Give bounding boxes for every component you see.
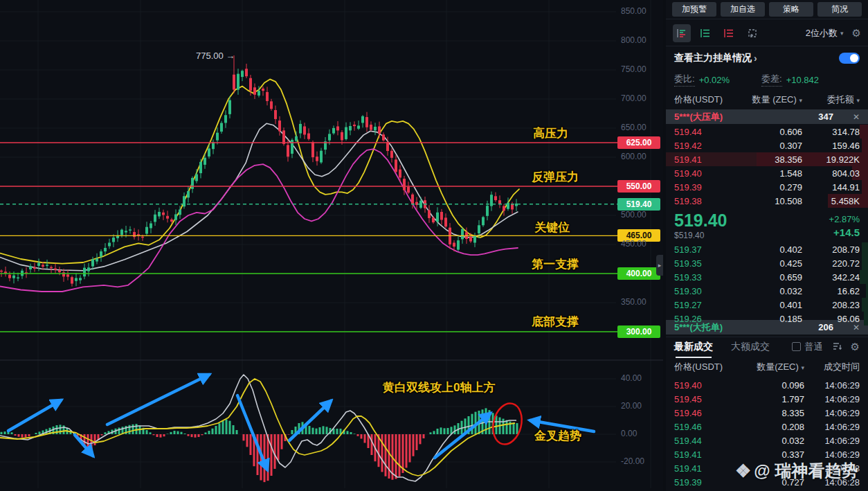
bid-row[interactable]: 519.260.18596.06 — [666, 312, 868, 325]
market-panel: 加预警 加自选 策略 简况 2位小数 ▾ ⚙ 查看主 — [666, 0, 868, 491]
add-favorite-button[interactable]: 加自选 — [721, 2, 765, 17]
trading-app: 625.00550.00519.40465.00400.00300.00850.… — [0, 0, 868, 491]
ask-q: 0.307 — [736, 141, 802, 151]
big-sell-order-row[interactable]: 5***(大压单) 347 ✕ — [666, 109, 868, 124]
bid-q: 0.032 — [736, 286, 802, 296]
profile-button[interactable]: 简况 — [817, 2, 862, 17]
weibi-value: +0.02% — [699, 75, 730, 85]
close-icon[interactable]: ✕ — [853, 112, 860, 122]
bid-t: 208.79 — [802, 244, 860, 255]
bid-row[interactable]: 519.370.402208.79 — [666, 242, 868, 256]
trade-t: 14:06:29 — [804, 436, 860, 446]
bid-row[interactable]: 519.350.425220.72 — [666, 256, 868, 270]
main-orders-toggle[interactable] — [839, 53, 860, 64]
orderbook-header-qty[interactable]: 数量 (ZEC) ▾ — [736, 93, 802, 106]
weicha-value: +10.842 — [786, 75, 819, 85]
big-sell-value: 347 — [761, 111, 833, 122]
bid-t: 16.62 — [802, 286, 860, 296]
normal-checkbox[interactable] — [792, 342, 801, 351]
trade-row[interactable]: 519.468.33514:06:29 — [666, 406, 868, 420]
big-sell-label: 5***(大压单) — [674, 111, 761, 123]
ask-p: 519.41 — [674, 154, 736, 165]
gear-icon[interactable]: ⚙ — [851, 341, 860, 353]
bid-p: 519.27 — [674, 300, 736, 310]
ask-row[interactable]: 519.390.279144.91 — [666, 180, 868, 194]
ask-p: 519.40 — [674, 168, 736, 179]
close-icon[interactable]: ✕ — [853, 323, 860, 332]
trade-q: 1.797 — [735, 394, 804, 404]
ask-p: 519.44 — [674, 127, 736, 137]
trade-p: 519.44 — [674, 436, 735, 446]
ask-t: 19.922K — [802, 154, 860, 165]
bid-t: 96.06 — [802, 314, 860, 324]
ask-p: 519.39 — [674, 182, 736, 193]
bid-t: 220.72 — [802, 258, 860, 269]
ask-q: 0.279 — [736, 182, 802, 193]
ask-row[interactable]: 519.4138.35619.922K — [666, 152, 868, 166]
orderbook-asks: 519.440.606314.78519.420.307159.46519.41… — [666, 125, 868, 208]
chevron-down-icon: ▾ — [840, 30, 844, 37]
depth-bar — [862, 298, 868, 312]
trade-row[interactable]: 519.440.03214:06:29 — [666, 434, 868, 447]
change-percent: +2.87% — [829, 214, 860, 224]
sort-icon[interactable] — [833, 341, 842, 353]
trades-header-qty[interactable]: 数量(ZEC) ▾ — [735, 361, 804, 373]
weibi-label: 委比: — [674, 73, 695, 87]
bid-row[interactable]: 519.270.401208.23 — [666, 298, 868, 312]
orderbook-header-total[interactable]: 委托额 ▾ — [802, 93, 860, 106]
trade-row[interactable]: 519.4114:06:28 — [666, 461, 868, 475]
tab-large-trades[interactable]: 大额成交 — [731, 341, 770, 353]
bid-q: 0.402 — [736, 244, 802, 255]
bid-row[interactable]: 519.330.659342.24 — [666, 270, 868, 284]
decimals-dropdown[interactable]: 2位小数 ▾ — [806, 27, 844, 39]
normal-checkbox-label: 普通 — [805, 341, 823, 353]
depth-bar — [864, 312, 868, 325]
trade-row[interactable]: 519.410.33714:06:29 — [666, 447, 868, 461]
trade-p: 519.46 — [674, 422, 735, 432]
trade-row[interactable]: 519.400.09614:06:29 — [666, 378, 868, 392]
bid-q: 0.425 — [736, 258, 802, 269]
depth-bar — [860, 125, 868, 139]
candlestick-macd-chart[interactable] — [0, 0, 663, 491]
ask-row[interactable]: 519.420.307159.46 — [666, 139, 868, 152]
chevron-right-icon: › — [754, 53, 757, 64]
tab-latest-trades[interactable]: 最新成交 — [674, 341, 713, 353]
bid-q: 0.185 — [736, 314, 802, 324]
ask-row[interactable]: 519.401.548804.03 — [666, 166, 868, 180]
depth-bar — [862, 139, 868, 152]
bid-t: 342.24 — [802, 272, 860, 283]
gear-icon[interactable]: ⚙ — [852, 27, 861, 39]
strategy-button[interactable]: 策略 — [769, 2, 813, 17]
add-panel-icon[interactable] — [743, 24, 761, 42]
ask-t: 144.91 — [802, 182, 860, 193]
ask-row[interactable]: 519.3810.5085.458K — [666, 194, 868, 208]
trade-row[interactable]: 519.390.72714:06:28 — [666, 475, 868, 489]
panel-collapse-handle[interactable]: ▸ — [656, 255, 663, 276]
ask-row[interactable]: 519.440.606314.78 — [666, 125, 868, 139]
main-orders-link-row: 查看主力挂单情况 › — [666, 48, 868, 68]
add-alert-button[interactable]: 加预警 — [672, 2, 716, 17]
trade-t: 14:06:28 — [804, 477, 860, 488]
book-sell-icon[interactable] — [720, 24, 738, 42]
ask-t: 159.46 — [802, 141, 860, 151]
trade-row[interactable]: 519.451.79714:06:29 — [666, 392, 868, 406]
trades-header-price: 价格(USDT) — [674, 361, 735, 373]
depth-bar — [862, 180, 868, 194]
orderbook-header: 价格(USDT) 数量 (ZEC) ▾ 委托额 ▾ — [666, 91, 868, 108]
trade-p: 519.40 — [674, 380, 735, 391]
trade-row[interactable]: 519.460.20814:06:29 — [666, 420, 868, 434]
trades-list: 519.400.09614:06:29519.451.79714:06:2951… — [666, 378, 868, 489]
orderbook-bids: 519.370.402208.79519.350.425220.72519.33… — [666, 242, 868, 325]
price-chart-pane[interactable]: 625.00550.00519.40465.00400.00300.00850.… — [0, 0, 663, 491]
main-orders-link[interactable]: 查看主力挂单情况 — [674, 52, 752, 64]
orderbook-toolbar: 2位小数 ▾ ⚙ — [666, 20, 868, 46]
bid-t: 208.23 — [802, 300, 860, 310]
book-buy-icon[interactable] — [696, 24, 714, 42]
ask-p: 519.42 — [674, 141, 736, 151]
trade-q: 0.727 — [735, 477, 804, 488]
bid-row[interactable]: 519.300.03216.62 — [666, 284, 868, 298]
book-both-icon[interactable] — [673, 24, 691, 42]
trade-q: 0.096 — [735, 380, 804, 391]
ask-q: 10.508 — [736, 196, 802, 206]
bid-q: 0.659 — [736, 272, 802, 283]
